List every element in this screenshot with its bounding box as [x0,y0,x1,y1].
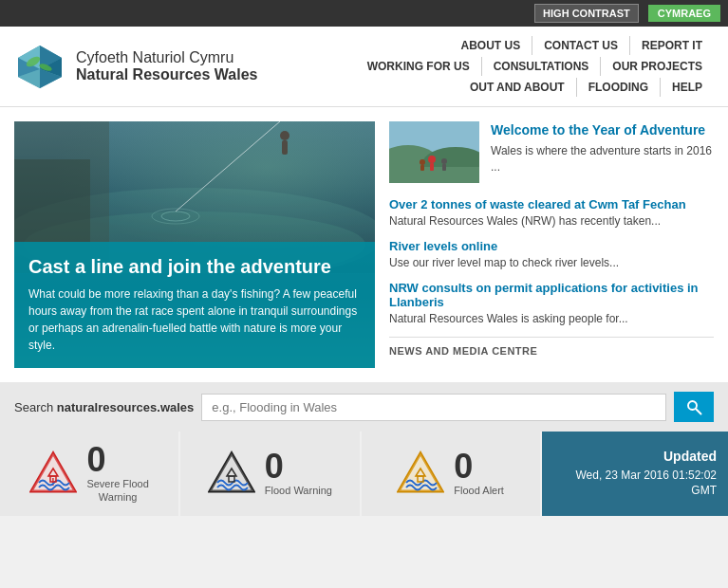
news-link-0[interactable]: Over 2 tonnes of waste cleared at Cwm Ta… [389,197,714,211]
search-button[interactable] [674,392,714,422]
featured-article-text: Welcome to the Year of Adventure Wales i… [491,121,714,183]
news-item-2: NRW consults on permit applications for … [389,281,714,325]
nav-row-2: WORKING FOR US CONSULTATIONS OUR PROJECT… [356,57,714,76]
logo-text: Cyfoeth Naturiol Cymru Natural Resources… [76,49,257,83]
svg-rect-25 [430,163,434,171]
right-panel: Welcome to the Year of Adventure Wales i… [389,121,714,368]
severe-flood-count: 0 [86,443,105,477]
nav-help[interactable]: HELP [661,78,714,97]
news-media-label[interactable]: NEWS AND MEDIA CENTRE [389,337,714,357]
news-item-0: Over 2 tonnes of waste cleared at Cwm Ta… [389,197,714,228]
news-text-2: Natural Resources Wales is asking people… [389,312,714,325]
hero-title: Cast a line and join the adventure [28,256,361,278]
flood-warning-label: Flood Warning [265,484,332,497]
logo-welsh: Cyfoeth Naturiol Cymru [76,49,257,66]
search-input[interactable] [201,394,666,421]
flood-updated-card: Updated Wed, 23 Mar 2016 01:52:02GMT [542,432,728,516]
flood-warning-count: 0 [265,450,284,484]
updated-title: Updated [553,449,717,464]
svg-point-26 [441,158,447,164]
news-link-2[interactable]: NRW consults on permit applications for … [389,281,714,309]
flood-warning-icon [208,450,255,497]
featured-image [389,121,479,183]
svg-rect-27 [442,164,446,171]
svg-line-31 [696,409,700,413]
svg-point-24 [428,156,436,163]
news-link-1[interactable]: River levels online [389,239,714,253]
flood-alert-icon [397,450,444,497]
nav-about-us[interactable]: ABOUT US [450,36,533,55]
nav-area: ABOUT US CONTACT US REPORT IT WORKING FO… [356,36,714,97]
news-text-0: Natural Resources Wales (NRW) has recent… [389,214,714,228]
hero-section[interactable]: Cast a line and join the adventure What … [14,121,375,368]
nav-our-projects[interactable]: OUR PROJECTS [601,57,714,76]
updated-date: Wed, 23 Mar 2016 01:52:02GMT [553,468,717,500]
main-content: Cast a line and join the adventure What … [0,107,728,382]
svg-marker-42 [399,453,442,491]
search-icon [685,398,702,415]
svg-rect-23 [389,167,479,183]
svg-rect-29 [420,165,424,171]
nav-row-1: ABOUT US CONTACT US REPORT IT [450,36,714,55]
logo-icon [14,41,66,93]
nav-flooding[interactable]: FLOODING [577,78,661,97]
flood-alert-label: Flood Alert [454,484,504,497]
flood-alert-info: 0 Flood Alert [454,450,504,497]
flood-card-severe[interactable]: ! 0 Severe FloodWarning [0,432,178,516]
nav-out-and-about[interactable]: OUT AND ABOUT [458,78,577,97]
severe-flood-label: Severe FloodWarning [86,477,148,505]
flood-alert-count: 0 [454,450,473,484]
top-bar: HIGH CONTRAST CYMRAEG [0,0,728,27]
hero-overlay: Cast a line and join the adventure What … [14,242,375,368]
logo-area: Cyfoeth Naturiol Cymru Natural Resources… [14,41,356,93]
flood-card-warning[interactable]: 0 Flood Warning [180,432,359,516]
featured-title[interactable]: Welcome to the Year of Adventure [491,121,714,138]
search-label: Search naturalresources.wales [14,400,194,414]
severe-flood-info: 0 Severe FloodWarning [86,443,148,505]
news-text-1: Use our river level map to check river l… [389,256,714,269]
cymraeg-button[interactable]: CYMRAEG [648,5,720,22]
severe-flood-icon: ! [29,450,77,497]
svg-point-15 [280,131,289,140]
svg-point-28 [420,159,425,165]
search-site: naturalresources.wales [57,400,195,414]
svg-marker-38 [210,453,253,491]
logo-english: Natural Resources Wales [76,66,257,83]
nav-consultations[interactable]: CONSULTATIONS [482,57,602,76]
nav-report-it[interactable]: REPORT IT [630,36,714,55]
header: Cyfoeth Naturiol Cymru Natural Resources… [0,27,728,107]
svg-rect-16 [282,140,288,155]
high-contrast-button[interactable]: HIGH CONTRAST [534,4,639,23]
featured-article: Welcome to the Year of Adventure Wales i… [389,121,714,183]
flood-section: ! 0 Severe FloodWarning 0 Flood Warning [0,432,728,516]
hero-text: What could be more relaxing than a day's… [28,285,361,354]
nav-row-3: OUT AND ABOUT FLOODING HELP [458,78,714,97]
flood-card-alert[interactable]: 0 Flood Alert [362,432,540,516]
nav-contact-us[interactable]: CONTACT US [532,36,630,55]
news-item-1: River levels online Use our river level … [389,239,714,269]
featured-text: Wales is where the adventure starts in 2… [491,143,714,175]
nav-working-for-us[interactable]: WORKING FOR US [356,57,482,76]
flood-warning-info: 0 Flood Warning [265,450,332,497]
search-bar: Search naturalresources.wales [0,382,728,432]
